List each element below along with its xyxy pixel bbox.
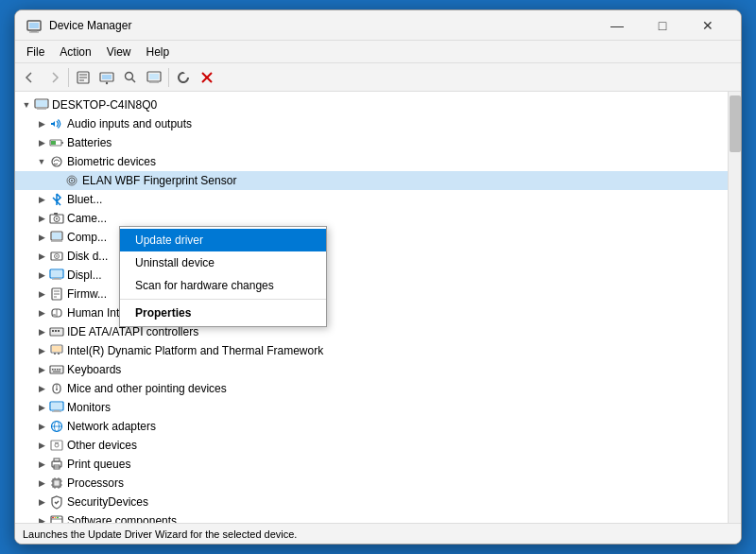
- tree-item-monitors[interactable]: ▶ Monitors: [15, 398, 728, 417]
- svg-rect-74: [52, 411, 61, 412]
- biometric-icon: [49, 154, 64, 169]
- menu-view[interactable]: View: [99, 43, 139, 61]
- expand-icon-ide: ▶: [34, 324, 49, 339]
- back-button[interactable]: [19, 66, 42, 89]
- audio-icon: [49, 116, 64, 131]
- svg-rect-59: [54, 353, 56, 355]
- network-label: Network adapters: [67, 420, 156, 433]
- scan-button[interactable]: [172, 66, 195, 89]
- ctx-uninstall[interactable]: Uninstall device: [120, 251, 326, 274]
- expand-icon-security: ▶: [34, 494, 49, 510]
- title-bar: Device Manager — □ ✕: [15, 10, 741, 41]
- svg-rect-35: [52, 233, 61, 239]
- svg-line-12: [132, 78, 136, 82]
- tree-item-other[interactable]: ▶ Other devices: [15, 436, 728, 455]
- tree-item-network[interactable]: ▶ Network adapters: [15, 417, 728, 436]
- camera-icon: [49, 211, 64, 226]
- svg-point-11: [126, 72, 133, 79]
- vertical-scrollbar[interactable]: [728, 92, 741, 523]
- monitor-icon: [49, 400, 64, 415]
- window-title: Device Manager: [49, 19, 595, 32]
- menu-file[interactable]: File: [19, 43, 52, 61]
- svg-point-29: [71, 180, 73, 182]
- svg-rect-82: [54, 459, 60, 461]
- svg-point-79: [55, 443, 59, 447]
- security-icon: [49, 494, 64, 510]
- audio-label: Audio inputs and outputs: [67, 117, 192, 130]
- toolbar-separator-1: [68, 68, 69, 87]
- tree-item-cameras[interactable]: ▶ Came...: [15, 209, 728, 228]
- properties-button[interactable]: [72, 66, 94, 89]
- ctx-properties[interactable]: Properties: [120, 302, 326, 324]
- expand-icon-root: ▼: [19, 97, 34, 113]
- expand-icon-biometric: ▼: [34, 154, 49, 169]
- ide-label: IDE ATA/ATAPI controllers: [67, 325, 198, 338]
- print-icon: [49, 457, 64, 472]
- ctx-update-driver[interactable]: Update driver: [120, 229, 326, 251]
- svg-rect-85: [54, 480, 60, 486]
- svg-rect-80: [55, 442, 59, 443]
- search-button[interactable]: [119, 66, 142, 89]
- device-manager-window: Device Manager — □ ✕ File Action View He…: [14, 9, 742, 545]
- svg-rect-25: [51, 141, 56, 145]
- expand-icon-computer: ▶: [34, 230, 49, 245]
- menu-help[interactable]: Help: [139, 43, 178, 61]
- ctx-scan[interactable]: Scan for hardware changes: [120, 274, 326, 297]
- app-icon: [26, 18, 42, 33]
- minimize-button[interactable]: —: [595, 10, 639, 41]
- menu-bar: File Action View Help: [15, 41, 741, 63]
- expand-icon-fingerprint: [49, 173, 64, 188]
- update-driver-button[interactable]: [95, 66, 118, 89]
- fingerprint-label: ELAN WBF Fingerprint Sensor: [82, 174, 236, 187]
- svg-rect-3: [29, 31, 39, 32]
- status-text: Launches the Update Driver Wizard for th…: [23, 528, 297, 540]
- svg-rect-33: [54, 213, 58, 215]
- tree-item-fingerprint[interactable]: ELAN WBF Fingerprint Sensor: [15, 171, 728, 190]
- svg-rect-67: [53, 372, 60, 372]
- tree-item-print[interactable]: ▶ Print queues: [15, 455, 728, 474]
- toolbar-separator-2: [168, 68, 169, 87]
- tree-item-processors[interactable]: ▶ Processors: [15, 474, 728, 493]
- ide-icon: [49, 324, 64, 339]
- svg-rect-15: [151, 81, 157, 82]
- maximize-button[interactable]: □: [641, 10, 684, 41]
- svg-rect-56: [58, 330, 60, 332]
- tree-root[interactable]: ▼ DESKTOP-C4IN8Q0: [15, 95, 728, 114]
- expand-icon-mice: ▶: [34, 381, 49, 396]
- display-button[interactable]: [143, 66, 165, 89]
- scrollbar-thumb[interactable]: [730, 95, 741, 152]
- svg-rect-60: [58, 353, 60, 355]
- close-button[interactable]: ✕: [686, 10, 730, 41]
- svg-rect-1: [29, 23, 39, 28]
- svg-rect-24: [61, 142, 63, 144]
- tree-item-sw-components[interactable]: ▶ Software components: [15, 511, 728, 523]
- firmware-icon: [49, 286, 64, 302]
- expand-icon-firmware: ▶: [34, 286, 49, 302]
- tree-item-mice[interactable]: ▶ Mice and other pointing devices: [15, 379, 728, 398]
- tree-item-thermal[interactable]: ▶ Intel(R) Dynamic Platform and Thermal …: [15, 341, 728, 360]
- svg-rect-63: [52, 369, 54, 371]
- tree-item-security[interactable]: ▶ SecurityDevices: [15, 493, 728, 511]
- content-area: ▼ DESKTOP-C4IN8Q0 ▶: [15, 92, 741, 523]
- expand-icon-display: ▶: [34, 268, 49, 283]
- firmware-label: Firmw...: [67, 287, 107, 301]
- tree-item-batteries[interactable]: ▶ Batteries: [15, 133, 728, 152]
- tree-item-biometric[interactable]: ▼ Biometric devices: [15, 152, 728, 171]
- remove-button[interactable]: [196, 66, 218, 89]
- svg-rect-65: [57, 369, 59, 371]
- svg-point-26: [52, 157, 61, 166]
- forward-button[interactable]: [43, 66, 65, 89]
- biometric-label: Biometric devices: [67, 155, 156, 168]
- tree-item-audio[interactable]: ▶ Audio inputs and outputs: [15, 114, 728, 133]
- expand-icon-audio: ▶: [34, 116, 49, 131]
- expand-icon-monitors: ▶: [34, 400, 49, 415]
- thermal-label: Intel(R) Dynamic Platform and Thermal Fr…: [67, 344, 323, 357]
- tree-item-keyboards[interactable]: ▶ Keyboards: [15, 360, 728, 379]
- thermal-icon: [49, 343, 64, 358]
- tree-item-bluetooth[interactable]: ▶ Bluet...: [15, 190, 728, 209]
- expand-icon-network: ▶: [34, 419, 49, 434]
- menu-action[interactable]: Action: [52, 43, 98, 61]
- svg-rect-73: [54, 410, 60, 411]
- comp-icon: [49, 230, 64, 245]
- svg-rect-72: [51, 403, 62, 409]
